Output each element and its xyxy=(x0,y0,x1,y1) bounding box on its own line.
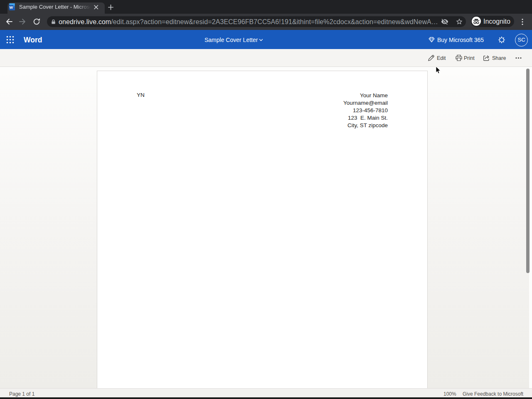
svg-text:W: W xyxy=(9,5,13,10)
